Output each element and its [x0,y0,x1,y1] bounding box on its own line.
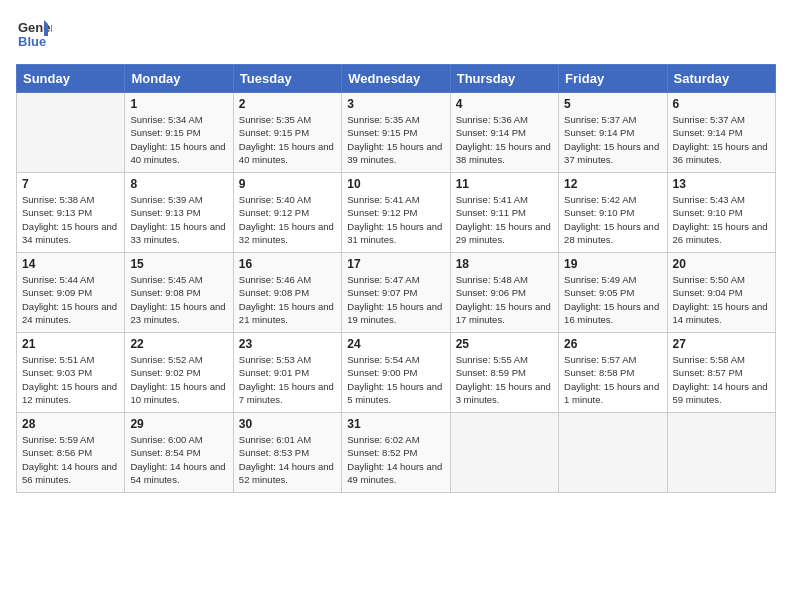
day-info: Sunrise: 5:39 AMSunset: 9:13 PMDaylight:… [130,193,227,246]
calendar-cell: 5Sunrise: 5:37 AMSunset: 9:14 PMDaylight… [559,93,667,173]
calendar-cell: 11Sunrise: 5:41 AMSunset: 9:11 PMDayligh… [450,173,558,253]
calendar-cell: 1Sunrise: 5:34 AMSunset: 9:15 PMDaylight… [125,93,233,173]
calendar-cell: 8Sunrise: 5:39 AMSunset: 9:13 PMDaylight… [125,173,233,253]
calendar-cell: 29Sunrise: 6:00 AMSunset: 8:54 PMDayligh… [125,413,233,493]
day-number: 2 [239,97,336,111]
day-number: 15 [130,257,227,271]
calendar-cell: 2Sunrise: 5:35 AMSunset: 9:15 PMDaylight… [233,93,341,173]
weekday-header-tuesday: Tuesday [233,65,341,93]
day-info: Sunrise: 5:49 AMSunset: 9:05 PMDaylight:… [564,273,661,326]
day-info: Sunrise: 5:36 AMSunset: 9:14 PMDaylight:… [456,113,553,166]
day-number: 25 [456,337,553,351]
day-info: Sunrise: 5:58 AMSunset: 8:57 PMDaylight:… [673,353,770,406]
day-info: Sunrise: 5:44 AMSunset: 9:09 PMDaylight:… [22,273,119,326]
page-header: General Blue [16,16,776,52]
calendar-week-5: 28Sunrise: 5:59 AMSunset: 8:56 PMDayligh… [17,413,776,493]
calendar-cell: 6Sunrise: 5:37 AMSunset: 9:14 PMDaylight… [667,93,775,173]
day-info: Sunrise: 5:38 AMSunset: 9:13 PMDaylight:… [22,193,119,246]
day-info: Sunrise: 5:59 AMSunset: 8:56 PMDaylight:… [22,433,119,486]
day-number: 31 [347,417,444,431]
day-number: 20 [673,257,770,271]
day-info: Sunrise: 6:00 AMSunset: 8:54 PMDaylight:… [130,433,227,486]
calendar-cell: 23Sunrise: 5:53 AMSunset: 9:01 PMDayligh… [233,333,341,413]
day-info: Sunrise: 6:02 AMSunset: 8:52 PMDaylight:… [347,433,444,486]
day-number: 10 [347,177,444,191]
calendar-cell: 27Sunrise: 5:58 AMSunset: 8:57 PMDayligh… [667,333,775,413]
day-number: 23 [239,337,336,351]
svg-text:Blue: Blue [18,34,46,49]
day-number: 7 [22,177,119,191]
calendar-header: SundayMondayTuesdayWednesdayThursdayFrid… [17,65,776,93]
day-info: Sunrise: 5:46 AMSunset: 9:08 PMDaylight:… [239,273,336,326]
day-info: Sunrise: 5:41 AMSunset: 9:12 PMDaylight:… [347,193,444,246]
calendar-body: 1Sunrise: 5:34 AMSunset: 9:15 PMDaylight… [17,93,776,493]
calendar-cell: 25Sunrise: 5:55 AMSunset: 8:59 PMDayligh… [450,333,558,413]
day-number: 29 [130,417,227,431]
day-info: Sunrise: 5:51 AMSunset: 9:03 PMDaylight:… [22,353,119,406]
day-number: 28 [22,417,119,431]
calendar-week-3: 14Sunrise: 5:44 AMSunset: 9:09 PMDayligh… [17,253,776,333]
day-number: 9 [239,177,336,191]
calendar-cell: 3Sunrise: 5:35 AMSunset: 9:15 PMDaylight… [342,93,450,173]
day-info: Sunrise: 5:40 AMSunset: 9:12 PMDaylight:… [239,193,336,246]
day-number: 24 [347,337,444,351]
day-info: Sunrise: 5:41 AMSunset: 9:11 PMDaylight:… [456,193,553,246]
day-info: Sunrise: 6:01 AMSunset: 8:53 PMDaylight:… [239,433,336,486]
calendar-week-1: 1Sunrise: 5:34 AMSunset: 9:15 PMDaylight… [17,93,776,173]
day-number: 8 [130,177,227,191]
day-info: Sunrise: 5:47 AMSunset: 9:07 PMDaylight:… [347,273,444,326]
day-number: 30 [239,417,336,431]
day-number: 13 [673,177,770,191]
weekday-header-friday: Friday [559,65,667,93]
calendar-cell: 20Sunrise: 5:50 AMSunset: 9:04 PMDayligh… [667,253,775,333]
calendar-cell: 15Sunrise: 5:45 AMSunset: 9:08 PMDayligh… [125,253,233,333]
day-number: 11 [456,177,553,191]
day-info: Sunrise: 5:53 AMSunset: 9:01 PMDaylight:… [239,353,336,406]
day-info: Sunrise: 5:42 AMSunset: 9:10 PMDaylight:… [564,193,661,246]
day-info: Sunrise: 5:57 AMSunset: 8:58 PMDaylight:… [564,353,661,406]
weekday-row: SundayMondayTuesdayWednesdayThursdayFrid… [17,65,776,93]
day-info: Sunrise: 5:35 AMSunset: 9:15 PMDaylight:… [239,113,336,166]
weekday-header-wednesday: Wednesday [342,65,450,93]
weekday-header-sunday: Sunday [17,65,125,93]
calendar-cell: 16Sunrise: 5:46 AMSunset: 9:08 PMDayligh… [233,253,341,333]
day-number: 26 [564,337,661,351]
calendar-cell: 30Sunrise: 6:01 AMSunset: 8:53 PMDayligh… [233,413,341,493]
day-info: Sunrise: 5:55 AMSunset: 8:59 PMDaylight:… [456,353,553,406]
day-number: 17 [347,257,444,271]
day-number: 3 [347,97,444,111]
day-number: 12 [564,177,661,191]
calendar-cell [667,413,775,493]
calendar-cell: 10Sunrise: 5:41 AMSunset: 9:12 PMDayligh… [342,173,450,253]
calendar-cell: 21Sunrise: 5:51 AMSunset: 9:03 PMDayligh… [17,333,125,413]
day-number: 22 [130,337,227,351]
calendar-cell [450,413,558,493]
calendar-cell: 9Sunrise: 5:40 AMSunset: 9:12 PMDaylight… [233,173,341,253]
calendar-cell: 19Sunrise: 5:49 AMSunset: 9:05 PMDayligh… [559,253,667,333]
day-number: 18 [456,257,553,271]
calendar-cell [17,93,125,173]
day-info: Sunrise: 5:43 AMSunset: 9:10 PMDaylight:… [673,193,770,246]
day-info: Sunrise: 5:35 AMSunset: 9:15 PMDaylight:… [347,113,444,166]
day-info: Sunrise: 5:37 AMSunset: 9:14 PMDaylight:… [673,113,770,166]
logo: General Blue [16,16,52,52]
calendar-cell: 13Sunrise: 5:43 AMSunset: 9:10 PMDayligh… [667,173,775,253]
calendar-cell: 31Sunrise: 6:02 AMSunset: 8:52 PMDayligh… [342,413,450,493]
day-number: 6 [673,97,770,111]
day-number: 4 [456,97,553,111]
calendar-week-2: 7Sunrise: 5:38 AMSunset: 9:13 PMDaylight… [17,173,776,253]
calendar-cell: 22Sunrise: 5:52 AMSunset: 9:02 PMDayligh… [125,333,233,413]
calendar-cell: 26Sunrise: 5:57 AMSunset: 8:58 PMDayligh… [559,333,667,413]
calendar-week-4: 21Sunrise: 5:51 AMSunset: 9:03 PMDayligh… [17,333,776,413]
day-number: 5 [564,97,661,111]
day-number: 16 [239,257,336,271]
weekday-header-saturday: Saturday [667,65,775,93]
logo-icon: General Blue [16,16,52,52]
calendar-cell: 7Sunrise: 5:38 AMSunset: 9:13 PMDaylight… [17,173,125,253]
day-info: Sunrise: 5:45 AMSunset: 9:08 PMDaylight:… [130,273,227,326]
day-info: Sunrise: 5:52 AMSunset: 9:02 PMDaylight:… [130,353,227,406]
weekday-header-monday: Monday [125,65,233,93]
day-info: Sunrise: 5:54 AMSunset: 9:00 PMDaylight:… [347,353,444,406]
calendar-cell: 14Sunrise: 5:44 AMSunset: 9:09 PMDayligh… [17,253,125,333]
calendar-cell: 28Sunrise: 5:59 AMSunset: 8:56 PMDayligh… [17,413,125,493]
